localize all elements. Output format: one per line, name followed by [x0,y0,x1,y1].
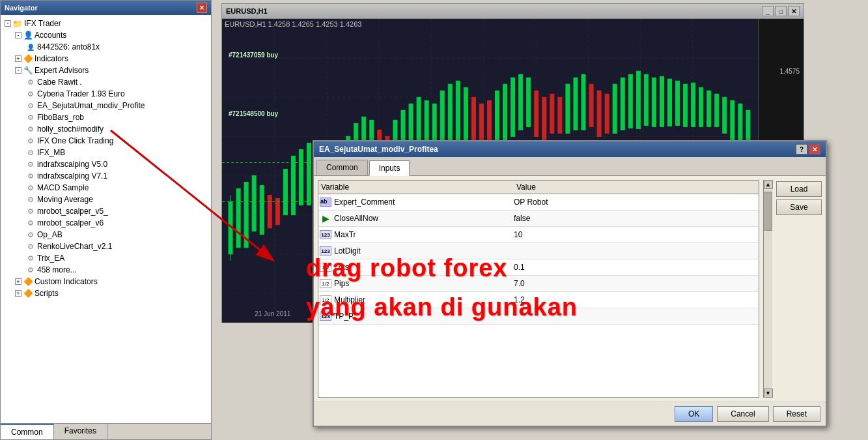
tree-item-scripts[interactable]: + 🔶 Scripts [14,287,208,299]
svg-rect-67 [605,94,609,133]
minimize-button[interactable]: _ [762,6,774,16]
svg-rect-62 [566,84,570,133]
chart-info-bar: EURUSD,H1 1.4258 1.4265 1.4253 1.4263 [225,20,361,28]
svg-rect-25 [275,199,279,225]
ea-item-5[interactable]: ⚙ IFX One Click Trading [24,135,208,147]
ea-item-more[interactable]: ⚙ 458 more... [24,264,208,276]
svg-rect-49 [464,87,468,139]
svg-rect-29 [307,143,311,205]
trade-label-2: #721548500 buy [229,110,278,117]
ea-item-4[interactable]: ⚙ holly_stoch#modify [24,123,208,135]
ea-icon: ⚙ [25,206,36,216]
tree-item-ifx-trader[interactable]: - 📁 IFX Trader [3,18,208,29]
maximize-button[interactable]: □ [775,6,787,16]
ea-item-1[interactable]: ⚙ Cyberia Trader 1.93 Euro [24,88,208,100]
ea-item-14[interactable]: ⚙ RenkoLiveChart_v2.1 [24,241,208,252]
ea-item-13[interactable]: ⚙ Op_AB [24,229,208,241]
ea-icon: ⚙ [25,253,36,263]
ea-item-2[interactable]: ⚙ EA_SejutaUmat_modiv_Profite [24,100,208,111]
tab-common[interactable]: Common [316,160,368,175]
tree-item-accounts[interactable]: - 👤 Accounts [14,29,208,41]
row-value-0: OP Robot [514,198,759,207]
row-icon-2: 123 [318,228,333,241]
expand-icon-scripts[interactable]: + [15,290,21,297]
svg-rect-60 [550,94,554,133]
header-value: Value [516,183,756,192]
reset-button[interactable]: Reset [773,406,820,422]
save-button[interactable]: Save [776,199,822,215]
ea-item-8[interactable]: ⚙ indrafxscalping V7.1 [24,170,208,182]
expand-icon[interactable]: - [5,20,11,27]
ea-item-12[interactable]: ⚙ mrobot_scalper_v6 [24,217,208,229]
close-button[interactable]: ✕ [788,6,800,16]
svg-rect-79 [699,87,703,126]
ea-icon: ⚙ [25,112,36,123]
navigator-close-button[interactable]: × [197,3,207,13]
tree-item-indicators[interactable]: + 🔶 Indicators [14,53,208,65]
accounts-icon: 👤 [23,30,33,40]
table-row[interactable]: ▶ CloseAllNow false [318,211,759,227]
expand-icon-custom[interactable]: + [15,278,21,285]
tree-item-custom-indicators[interactable]: + 🔶 Custom Indicators [14,276,208,287]
ea-icon: ⚙ [25,241,36,252]
ea-item-10[interactable]: ⚙ Moving Average [24,194,208,205]
svg-rect-24 [268,196,272,228]
indicators-icon: 🔶 [23,53,33,64]
svg-rect-71 [636,71,640,128]
table-row[interactable]: 123 MaxTr 10 [318,227,759,243]
navigator-titlebar: Navigator × [1,1,211,15]
svg-rect-68 [613,84,617,133]
cancel-button[interactable]: Cancel [717,406,768,422]
row-variable-1: CloseAllNow [333,214,514,223]
svg-rect-56 [519,74,523,130]
tab-inputs[interactable]: Inputs [369,160,410,176]
ea-item-11[interactable]: ⚙ mrobot_scalper_v5_ [24,205,208,217]
chart-titlebar: EURUSD,H1 _ □ ✕ [222,4,804,19]
svg-rect-65 [589,84,593,126]
ab-icon: ab [320,198,331,207]
load-button[interactable]: Load [776,181,822,197]
header-variable: Variable [321,183,516,192]
scroll-thumb[interactable] [764,192,772,231]
expand-icon-accounts[interactable]: - [15,32,21,38]
svg-rect-47 [448,84,452,146]
ea-item-6[interactable]: ⚙ IFX_MB [24,147,208,158]
indicators-label: Indicators [35,54,68,63]
scroll-down[interactable]: ▼ [764,389,773,398]
ok-button[interactable]: OK [675,406,713,422]
ea-table: Variable Value ab Expert_Comment OP Robo… [318,180,759,398]
ea-dialog-titlebar: EA_SejutaUmat_modiv_Profitea ? ✕ [314,141,826,157]
ea-item-7[interactable]: ⚙ indrafxscalping V5.0 [24,158,208,170]
tree-item-account[interactable]: 👤 8442526: anto81x [24,41,208,53]
svg-rect-78 [692,83,695,126]
custom-indicators-icon: 🔶 [23,276,33,287]
scroll-up[interactable]: ▲ [764,180,773,189]
table-scrollbar[interactable]: ▲ ▼ [763,180,772,398]
table-row[interactable]: ab Expert_Comment OP Robot [318,194,759,211]
tab-common[interactable]: Common [1,424,54,439]
ea-content: Variable Value ab Expert_Comment OP Robo… [314,176,826,402]
svg-rect-54 [503,84,507,139]
svg-rect-70 [628,74,632,128]
expand-icon-ea[interactable]: - [15,67,21,74]
ea-item-0[interactable]: ⚙ Cabe Rawit . [24,76,208,88]
navigator-panel: Navigator × - 📁 IFX Trader - 👤 Accounts … [0,0,212,440]
ea-item-15[interactable]: ⚙ Trix_EA [24,252,208,264]
chart-controls: _ □ ✕ [762,6,800,16]
tree-item-expert-advisors[interactable]: - 🔧 Expert Advisors [14,65,208,76]
svg-rect-80 [707,91,711,126]
row-value-2: 10 [514,230,759,239]
tab-favorites[interactable]: Favorites [54,424,107,439]
ea-item-3[interactable]: ⚙ FiboBars_rob [24,111,208,123]
expand-icon-indicators[interactable]: + [15,55,21,62]
ea-close-button[interactable]: ✕ [809,144,820,154]
svg-rect-17 [229,202,232,254]
ea-icon: ⚙ [25,77,36,87]
row-value-1: false [514,214,759,223]
svg-rect-21 [244,183,248,248]
row-variable-2: MaxTr [333,230,514,239]
svg-rect-28 [299,149,303,205]
svg-rect-52 [487,100,491,139]
ea-item-9[interactable]: ⚙ MACD Sample [24,182,208,194]
ea-help-button[interactable]: ? [796,144,807,154]
